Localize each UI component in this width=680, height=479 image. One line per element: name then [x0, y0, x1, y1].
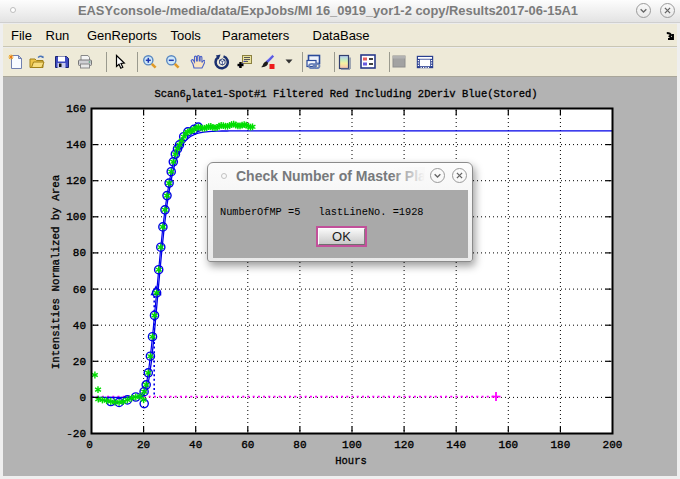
- svg-text:20: 20: [137, 439, 150, 451]
- svg-text:40: 40: [189, 439, 202, 451]
- svg-text:100: 100: [342, 439, 362, 451]
- svg-text:80: 80: [73, 247, 86, 259]
- svg-text:140: 140: [446, 439, 466, 451]
- svg-text:60: 60: [241, 439, 254, 451]
- svg-text:Hours: Hours: [335, 455, 367, 467]
- svg-text:140: 140: [66, 139, 86, 151]
- svg-text:Scan6plate1-Spot#1 Filtered Re: Scan6plate1-Spot#1 Filtered Red Includin…: [154, 88, 537, 103]
- svg-text:40: 40: [73, 320, 86, 332]
- svg-text:20: 20: [73, 356, 86, 368]
- svg-text:60: 60: [73, 284, 86, 296]
- svg-text:-20: -20: [66, 428, 86, 440]
- svg-text:Intensities Normalized by Area: Intensities Normalized by Area: [50, 174, 62, 369]
- svg-text:180: 180: [550, 439, 570, 451]
- svg-text:160: 160: [498, 439, 518, 451]
- svg-text:120: 120: [66, 175, 86, 187]
- svg-text:80: 80: [293, 439, 306, 451]
- svg-text:100: 100: [66, 211, 86, 223]
- svg-text:0: 0: [79, 392, 86, 404]
- svg-text:160: 160: [66, 103, 86, 115]
- svg-text:120: 120: [394, 439, 414, 451]
- svg-text:200: 200: [603, 439, 623, 451]
- svg-text:0: 0: [86, 439, 93, 451]
